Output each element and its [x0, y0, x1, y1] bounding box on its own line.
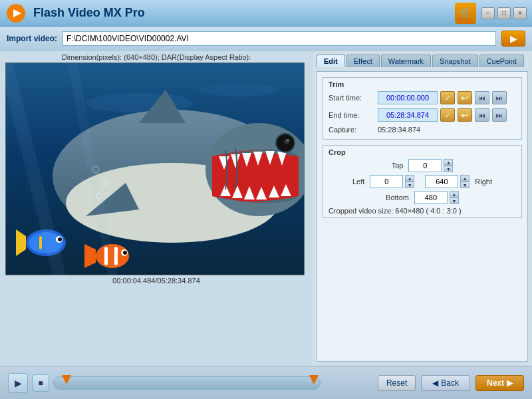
crop-left-right-row: Left ▲ ▼ ▲ ▼ Right — [329, 175, 516, 188]
start-time-row: Start time: ✓ ↩ ⏮ ⏭ — [329, 91, 516, 104]
start-prev-button[interactable]: ⏮ — [475, 91, 489, 104]
crop-bottom-up[interactable]: ▲ — [450, 191, 459, 198]
reset-button[interactable]: Reset — [378, 375, 416, 391]
crop-left-down[interactable]: ▼ — [405, 182, 414, 188]
crop-bottom-down[interactable]: ▼ — [450, 198, 459, 204]
end-time-label: End time: — [329, 111, 375, 119]
svg-point-37 — [123, 251, 127, 255]
cart-icon[interactable]: 🛒 — [455, 3, 476, 24]
start-time-label: Start time: — [329, 94, 375, 102]
end-time-row: End time: ✓ ↩ ⏮ ⏭ — [329, 108, 516, 122]
crop-top-input[interactable] — [408, 159, 442, 172]
progress-bar[interactable] — [53, 376, 321, 390]
end-next-button[interactable]: ⏭ — [492, 108, 507, 122]
start-confirm-button[interactable]: ✓ — [440, 91, 455, 104]
svg-rect-28 — [39, 236, 42, 249]
crop-right-input[interactable] — [425, 175, 458, 188]
crop-top-spinner: ▲ ▼ — [444, 159, 453, 172]
tab-bar: Edit Effect Watermark Snapshot CuePoint — [317, 55, 528, 67]
cropped-info: Cropped video size: 640×480 ( 4:0 : 3:0 … — [329, 207, 516, 215]
svg-point-4 — [199, 83, 279, 96]
import-button[interactable]: ▶ — [501, 31, 525, 47]
crop-right-down[interactable]: ▼ — [460, 182, 469, 188]
crop-top-row: Top ▲ ▼ — [329, 159, 516, 172]
app-logo — [5, 3, 27, 24]
time-display: 00:00:04.484/05:28:34.874 — [5, 277, 307, 285]
capture-value: 05:28:34.874 — [378, 126, 420, 134]
app-title: Flash Video MX Pro — [33, 6, 455, 20]
next-arrow-icon: ▶ — [507, 378, 513, 388]
crop-bottom-spinner: ▲ ▼ — [450, 191, 459, 204]
trim-section: Trim Start time: ✓ ↩ ⏮ ⏭ End time: ✓ ↩ ⏮ — [323, 77, 522, 140]
tab-edit[interactable]: Edit — [317, 55, 345, 67]
crop-bottom-row: Bottom ▲ ▼ — [329, 191, 516, 204]
back-label: Back — [441, 378, 459, 388]
svg-point-22 — [287, 139, 289, 142]
play-button[interactable]: ▶ — [8, 373, 28, 393]
import-bar: Import video: ▶ — [0, 27, 532, 51]
progress-thumb[interactable] — [62, 375, 71, 391]
close-button[interactable]: × — [513, 7, 527, 19]
end-time-input[interactable] — [378, 108, 438, 122]
next-button[interactable]: Next ▶ — [475, 375, 524, 391]
start-time-input[interactable] — [378, 91, 438, 104]
bottom-nav: Reset ◀ Back Next ▶ — [378, 375, 524, 391]
import-label: Import video: — [7, 34, 57, 43]
tab-cuepoint[interactable]: CuePoint — [479, 55, 524, 67]
end-prev-button[interactable]: ⏮ — [475, 108, 489, 122]
right-panel: Edit Effect Watermark Snapshot CuePoint … — [313, 51, 532, 366]
crop-bottom-label: Bottom — [386, 194, 409, 201]
tab-snapshot[interactable]: Snapshot — [432, 55, 477, 67]
video-preview — [5, 63, 305, 275]
tab-watermark[interactable]: Watermark — [381, 55, 431, 67]
capture-label: Capture: — [329, 126, 375, 134]
crop-left-label: Left — [352, 178, 364, 186]
bottom-bar: ▶ ■ Reset ◀ Back Next ▶ — [0, 366, 532, 399]
tab-edit-content: Trim Start time: ✓ ↩ ⏮ ⏭ End time: ✓ ↩ ⏮ — [317, 71, 528, 362]
crop-section-title: Crop — [329, 148, 516, 156]
next-label: Next — [487, 378, 504, 388]
end-reset-button[interactable]: ↩ — [458, 108, 472, 122]
maximize-button[interactable]: □ — [497, 7, 511, 19]
crop-left-up[interactable]: ▲ — [405, 175, 414, 182]
main-content: Dimension(pixels): (640×480); DAR(Displa… — [0, 51, 532, 366]
title-bar: Flash Video MX Pro 🛒 − □ × — [0, 0, 532, 27]
left-panel: Dimension(pixels): (640×480); DAR(Displa… — [0, 51, 313, 366]
end-confirm-button[interactable]: ✓ — [440, 108, 455, 122]
crop-top-label: Top — [392, 162, 404, 170]
crop-left-spinner: ▲ ▼ — [405, 175, 414, 188]
crop-section: Crop Top ▲ ▼ Left ▲ ▼ — [323, 145, 522, 218]
crop-top-down[interactable]: ▼ — [444, 166, 453, 172]
back-button[interactable]: ◀ Back — [421, 375, 470, 391]
crop-bottom-input[interactable] — [414, 191, 448, 204]
player-controls: ▶ ■ — [8, 373, 321, 393]
video-info: Dimension(pixels): (640×480); DAR(Displa… — [5, 53, 307, 61]
progress-end-arrow — [309, 375, 319, 384]
start-reset-button[interactable]: ↩ — [458, 91, 472, 104]
stop-button[interactable]: ■ — [32, 374, 49, 392]
minimize-button[interactable]: − — [481, 7, 495, 19]
progress-thumb-arrow — [62, 375, 71, 384]
back-arrow-icon: ◀ — [432, 378, 438, 388]
crop-left-input[interactable] — [370, 175, 403, 188]
start-next-button[interactable]: ⏭ — [492, 91, 507, 104]
crop-right-up[interactable]: ▲ — [460, 175, 469, 182]
crop-right-spinner: ▲ ▼ — [460, 175, 469, 188]
svg-point-31 — [58, 237, 62, 241]
capture-row: Capture: 05:28:34.874 — [329, 126, 516, 134]
window-controls: − □ × — [481, 7, 527, 19]
tab-effect[interactable]: Effect — [346, 55, 380, 67]
import-input[interactable] — [63, 31, 496, 46]
crop-top-up[interactable]: ▲ — [444, 159, 453, 166]
trim-section-title: Trim — [329, 80, 516, 88]
crop-right-label: Right — [475, 178, 492, 186]
